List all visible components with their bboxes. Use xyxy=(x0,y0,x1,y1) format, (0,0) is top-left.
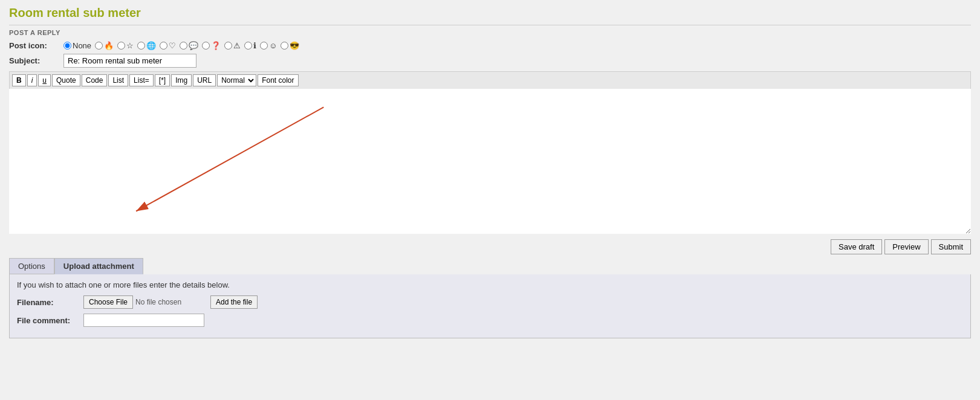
page-title: Room rental sub meter xyxy=(9,6,971,20)
file-comment-row: File comment: xyxy=(17,314,963,327)
icon-question: ❓ xyxy=(211,41,221,50)
file-input-group: Choose File No file chosen Add the file xyxy=(83,295,258,309)
subject-row: Subject: xyxy=(9,54,971,68)
radio-fire[interactable] xyxy=(95,42,103,50)
submit-button[interactable]: Submit xyxy=(931,239,971,254)
upload-attachment-tab[interactable]: Upload attachment xyxy=(54,258,143,274)
icon-none-radio[interactable]: None xyxy=(63,41,91,50)
file-comment-label: File comment: xyxy=(17,316,83,325)
icon-fire: 🔥 xyxy=(104,41,114,50)
save-draft-button[interactable]: Save draft xyxy=(831,239,882,254)
file-comment-input[interactable] xyxy=(83,314,204,327)
icon-cool-radio[interactable]: 😎 xyxy=(281,41,299,50)
icon-star: ☆ xyxy=(126,41,134,50)
choose-file-button[interactable]: Choose File xyxy=(83,295,133,309)
tabs-section: Options Upload attachment If you wish to… xyxy=(9,258,971,338)
icon-warning: ⚠ xyxy=(233,41,241,50)
tabs-row: Options Upload attachment xyxy=(9,258,971,274)
radio-cool[interactable] xyxy=(281,42,288,50)
editor-textarea[interactable] xyxy=(9,89,971,234)
icon-none-label: None xyxy=(73,41,91,50)
list-button[interactable]: List xyxy=(108,74,128,86)
list-equal-button[interactable]: List= xyxy=(129,74,154,86)
tab-content: If you wish to attach one or more files … xyxy=(9,274,971,338)
no-file-text: No file chosen xyxy=(135,298,208,306)
icon-info-radio[interactable]: ℹ xyxy=(244,41,256,50)
add-file-button[interactable]: Add the file xyxy=(210,295,258,309)
radio-smile[interactable] xyxy=(260,42,268,50)
section-label: POST A REPLY xyxy=(9,25,971,36)
icon-smile-radio[interactable]: ☺ xyxy=(260,41,277,50)
underline-button[interactable]: u xyxy=(38,74,51,86)
options-tab[interactable]: Options xyxy=(9,258,54,274)
icon-heart-radio[interactable]: ♡ xyxy=(160,41,176,50)
url-button[interactable]: URL xyxy=(193,74,216,86)
radio-star[interactable] xyxy=(117,42,125,50)
filename-label: Filename: xyxy=(17,298,83,307)
editor-toolbar: B i u Quote Code List List= [*] Img URL … xyxy=(9,71,971,89)
icon-info: ℹ xyxy=(253,41,256,50)
icon-cool: 😎 xyxy=(290,41,299,50)
action-buttons-row: Save draft Preview Submit xyxy=(9,236,971,258)
radio-none[interactable] xyxy=(63,42,71,50)
font-size-select[interactable]: Normal Small Large xyxy=(217,74,256,86)
radio-info[interactable] xyxy=(244,42,252,50)
radio-warning[interactable] xyxy=(224,42,232,50)
radio-chat[interactable] xyxy=(180,42,187,50)
upload-description: If you wish to attach one or more files … xyxy=(17,280,963,289)
radio-globe[interactable] xyxy=(137,42,145,50)
preview-button[interactable]: Preview xyxy=(884,239,928,254)
icon-chat: 💬 xyxy=(189,41,198,50)
icon-smile: ☺ xyxy=(269,41,277,50)
page-wrapper: Room rental sub meter POST A REPLY Post … xyxy=(0,0,980,400)
icon-star-radio[interactable]: ☆ xyxy=(117,41,134,50)
radio-question[interactable] xyxy=(202,42,210,50)
icon-chat-radio[interactable]: 💬 xyxy=(180,41,198,50)
subject-input[interactable] xyxy=(63,54,196,68)
quote-button[interactable]: Quote xyxy=(52,74,80,86)
post-icons-group: None 🔥 ☆ 🌐 ♡ 💬 xyxy=(63,41,300,50)
subject-label: Subject: xyxy=(9,56,63,65)
icon-heart: ♡ xyxy=(169,41,176,50)
post-icon-label: Post icon: xyxy=(9,41,63,50)
icon-question-radio[interactable]: ❓ xyxy=(202,41,221,50)
icon-warning-radio[interactable]: ⚠ xyxy=(224,41,241,50)
icon-fire-radio[interactable]: 🔥 xyxy=(95,41,114,50)
img-button[interactable]: Img xyxy=(171,74,192,86)
editor-container xyxy=(9,89,971,236)
italic-button[interactable]: i xyxy=(27,74,37,86)
icon-globe-radio[interactable]: 🌐 xyxy=(137,41,156,50)
icon-globe: 🌐 xyxy=(146,41,156,50)
code-button[interactable]: Code xyxy=(82,74,108,86)
post-icon-row: Post icon: None 🔥 ☆ 🌐 ♡ xyxy=(9,41,971,50)
list-star-button[interactable]: [*] xyxy=(155,74,170,86)
bold-button[interactable]: B xyxy=(12,74,26,86)
font-color-button[interactable]: Font color xyxy=(258,74,298,86)
radio-heart[interactable] xyxy=(160,42,167,50)
filename-row: Filename: Choose File No file chosen Add… xyxy=(17,295,963,309)
